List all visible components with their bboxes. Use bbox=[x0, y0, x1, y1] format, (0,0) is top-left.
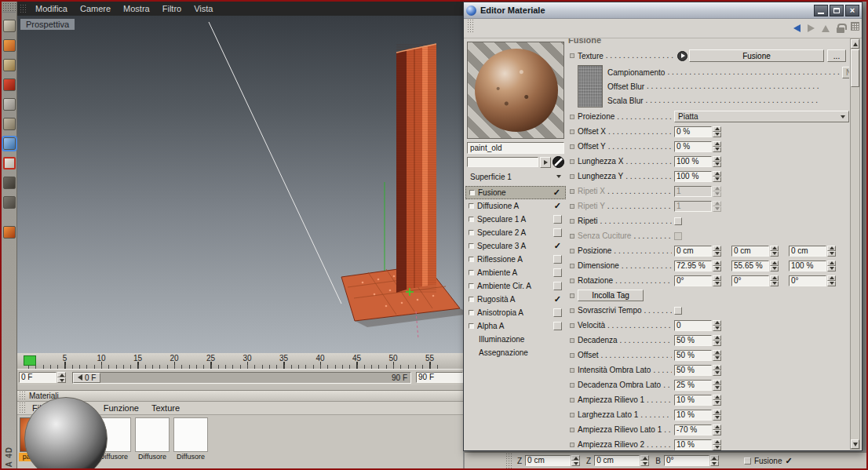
key-dot[interactable] bbox=[570, 338, 574, 343]
spinner[interactable] bbox=[713, 350, 721, 361]
spinner[interactable] bbox=[770, 275, 779, 286]
key-dot[interactable] bbox=[570, 264, 574, 268]
field-posizione-1[interactable]: 0 cm bbox=[731, 246, 779, 257]
spinner[interactable] bbox=[713, 246, 721, 257]
spinner-up-icon[interactable] bbox=[571, 455, 580, 461]
tool-icon-camera[interactable] bbox=[3, 98, 16, 111]
tool-icon-display[interactable] bbox=[3, 118, 16, 130]
channel-checkbox[interactable] bbox=[469, 243, 474, 249]
statusbar-grip[interactable] bbox=[505, 453, 512, 468]
spinner-up-icon[interactable] bbox=[713, 141, 721, 147]
key-dot[interactable] bbox=[570, 428, 574, 432]
field-lunghezza-x-0[interactable]: 100 % bbox=[674, 156, 721, 167]
field-dimensione-0[interactable]: 72.95 % bbox=[674, 261, 721, 271]
menu-item-mostra[interactable]: Mostra bbox=[117, 4, 156, 13]
materials-panel-titlebar[interactable]: Materiali bbox=[17, 391, 463, 402]
material-preview[interactable] bbox=[467, 42, 564, 139]
spinner-down-icon[interactable] bbox=[713, 177, 721, 182]
channel-state-button[interactable] bbox=[553, 215, 562, 224]
channel-illuminazione[interactable]: Illuminazione bbox=[465, 333, 566, 346]
spinner-down-icon[interactable] bbox=[827, 251, 836, 257]
minimize-button[interactable] bbox=[814, 5, 828, 16]
channel-speculare-1-a[interactable]: Speculare 1 A bbox=[465, 213, 566, 226]
menu-item-funzione[interactable]: Funzione bbox=[97, 403, 145, 413]
spinner-up-icon[interactable] bbox=[713, 424, 721, 430]
spinner[interactable] bbox=[713, 261, 721, 271]
spinner-up-icon[interactable] bbox=[713, 335, 721, 341]
key-dot[interactable] bbox=[570, 443, 574, 447]
status-value-0[interactable]: 0 cm bbox=[525, 455, 580, 466]
spinner-down-icon[interactable] bbox=[713, 445, 721, 450]
spinner[interactable] bbox=[827, 246, 836, 257]
campionamento-dropdown[interactable]: Nessuno bbox=[842, 67, 849, 78]
spinner-up-icon[interactable] bbox=[713, 156, 721, 162]
material-name-field[interactable]: paint_old bbox=[467, 142, 564, 154]
spinner-up-icon[interactable] bbox=[710, 455, 719, 461]
key-dot[interactable] bbox=[570, 413, 574, 417]
spinner-up-icon[interactable] bbox=[827, 246, 836, 251]
key-dot[interactable] bbox=[570, 323, 574, 328]
menu-item-texture[interactable]: Texture bbox=[145, 403, 186, 413]
field-ampiezza-rilievo-1-0[interactable]: 10 % bbox=[674, 395, 721, 406]
key-dot[interactable] bbox=[570, 115, 574, 119]
field-dimensione-2[interactable]: 100 % bbox=[789, 261, 836, 271]
tool-icon-points-mode[interactable] bbox=[3, 177, 16, 189]
dialog-scrollbar[interactable] bbox=[850, 38, 860, 450]
close-button[interactable]: × bbox=[845, 5, 859, 16]
channel-checkbox[interactable] bbox=[469, 283, 474, 289]
spinner-down-icon[interactable] bbox=[713, 147, 721, 152]
materials-menu-grip[interactable] bbox=[19, 402, 26, 414]
key-dot[interactable] bbox=[570, 249, 574, 253]
channel-state-button[interactable] bbox=[553, 268, 562, 277]
spinner-down-icon[interactable] bbox=[713, 385, 721, 391]
timeline-playhead[interactable] bbox=[24, 355, 36, 366]
field-rotazione-2[interactable]: 0° bbox=[789, 275, 836, 286]
back-icon[interactable] bbox=[793, 24, 801, 32]
key-dot[interactable] bbox=[570, 174, 574, 179]
material-item-diffusore-3[interactable]: Diffusore bbox=[134, 417, 170, 461]
tool-icon-cube[interactable] bbox=[3, 39, 16, 52]
materials-title-grip[interactable] bbox=[19, 391, 26, 401]
field-posizione-2[interactable]: 0 cm bbox=[789, 246, 836, 257]
spinner-down-icon[interactable] bbox=[640, 461, 649, 466]
viewport[interactable]: Prospettiva bbox=[17, 16, 463, 353]
button-incolla-tag[interactable]: Incolla Tag bbox=[578, 290, 644, 301]
key-dot[interactable] bbox=[570, 159, 574, 164]
channel-checkbox[interactable] bbox=[469, 323, 474, 329]
spinner[interactable] bbox=[713, 439, 721, 450]
texture-preview-button[interactable] bbox=[677, 51, 687, 61]
up-icon[interactable] bbox=[822, 25, 830, 32]
spinner-up-icon[interactable] bbox=[713, 261, 721, 266]
key-dot[interactable] bbox=[570, 279, 574, 283]
channel-rugosit-a[interactable]: Rugosità A✓ bbox=[465, 293, 566, 306]
spinner-down-icon[interactable] bbox=[571, 461, 580, 466]
spinner-down-icon[interactable] bbox=[827, 281, 836, 286]
spinner-down-icon[interactable] bbox=[713, 400, 721, 406]
spinner-down-icon[interactable] bbox=[57, 377, 66, 383]
key-dot[interactable] bbox=[570, 353, 574, 358]
layout-grid-icon[interactable] bbox=[851, 22, 859, 31]
field-ampiezza-rilievo-2-0[interactable]: 10 % bbox=[674, 439, 721, 450]
field-intensit-ombra-lato-0[interactable]: 50 % bbox=[674, 365, 721, 376]
spinner-up-icon[interactable] bbox=[57, 372, 66, 377]
spinner-down-icon[interactable] bbox=[827, 266, 836, 271]
menu-item-camere[interactable]: Camere bbox=[74, 4, 117, 13]
spinner-up-icon[interactable] bbox=[713, 171, 721, 177]
spinner-down-icon[interactable] bbox=[713, 162, 721, 167]
field-ripeti-y-0[interactable]: 1 bbox=[674, 201, 721, 212]
spinner-up-icon[interactable] bbox=[713, 126, 721, 132]
spinner-down-icon[interactable] bbox=[713, 281, 721, 286]
spinner[interactable] bbox=[571, 455, 580, 466]
timeline-ruler[interactable]: 510152025303540455055 bbox=[17, 353, 463, 369]
field-decadenza-0[interactable]: 50 % bbox=[674, 335, 721, 346]
channel-ambiente-a[interactable]: Ambiente A bbox=[465, 266, 566, 279]
spinner-up-icon[interactable] bbox=[713, 439, 721, 445]
spinner[interactable] bbox=[713, 335, 721, 346]
channel-checkbox[interactable] bbox=[469, 257, 474, 262]
spinner-up-icon[interactable] bbox=[713, 320, 721, 326]
field-larghezza-lato-1-0[interactable]: 10 % bbox=[674, 410, 721, 421]
spinner-up-icon[interactable] bbox=[713, 395, 721, 400]
spinner[interactable] bbox=[713, 126, 721, 137]
field-offset-0[interactable]: 50 % bbox=[674, 350, 721, 361]
scroll-down-button[interactable] bbox=[851, 439, 859, 449]
